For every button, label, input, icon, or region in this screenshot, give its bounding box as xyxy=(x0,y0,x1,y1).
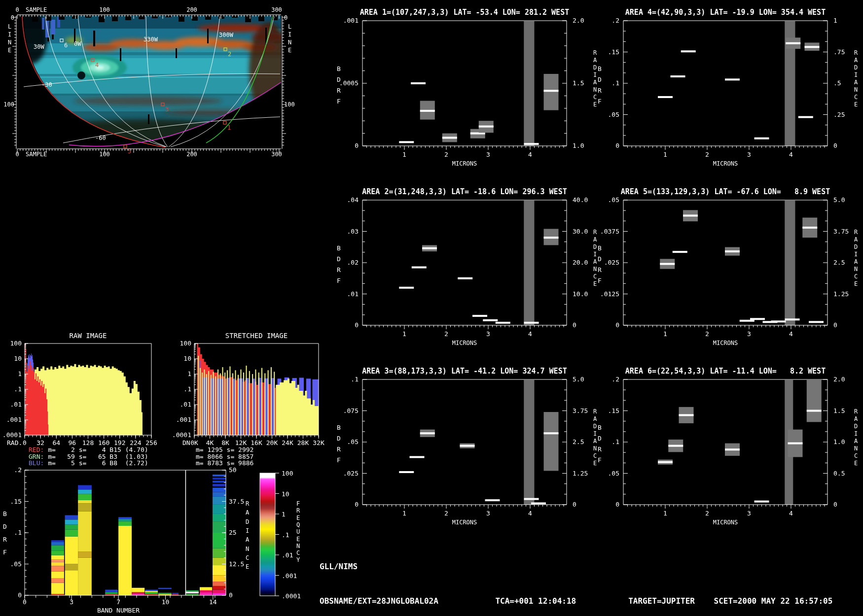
y2-tick-label: 0 xyxy=(833,501,837,508)
y-tick-label: .0125 xyxy=(600,290,619,298)
y2-axis-title-letter: A xyxy=(246,536,250,543)
y2-tick-label: .5 xyxy=(833,79,841,87)
y-axis-title-letter: D xyxy=(337,435,341,442)
band-bar-segment xyxy=(51,572,64,579)
y-tick-label: .1 xyxy=(183,385,191,393)
y-tick-label: .15 xyxy=(608,407,619,414)
band-bar-segment xyxy=(185,590,199,592)
band-bar-segment xyxy=(213,514,226,521)
y-tick-label: .2 xyxy=(14,466,22,474)
y-axis-title-letter: F xyxy=(598,456,602,464)
histogram-spike-yellow xyxy=(224,373,225,435)
graphic xyxy=(85,16,91,18)
x-axis-title: RAD. xyxy=(7,439,22,446)
data-point xyxy=(399,287,414,289)
y-axis-title-letter: F xyxy=(3,548,7,556)
band-bar-segment xyxy=(213,593,226,595)
grid-label: 300W xyxy=(219,32,234,38)
graphic: BLU: xyxy=(29,459,44,467)
y2-tick-label: 0 xyxy=(573,321,576,329)
band-bar-segment xyxy=(65,530,78,537)
blue-patch xyxy=(42,18,44,30)
histogram-spike-yellow xyxy=(243,373,244,435)
sample-tick-label: 100 xyxy=(99,151,110,158)
y2-axis-title-letter: E xyxy=(593,280,597,287)
y2-axis-title-letter: I xyxy=(854,251,858,258)
band-bar-segment xyxy=(213,481,226,483)
panel-title: AREA 2=(31,248,3,3) LAT= -18.6 LON= 296.… xyxy=(362,187,567,196)
band-bar-segment xyxy=(105,592,118,594)
y-axis-title-letter: F xyxy=(598,98,602,105)
x-tick-label: 1 xyxy=(663,151,667,158)
histogram-spike-yellow xyxy=(229,367,230,436)
histogram-spike-yellow xyxy=(255,370,256,435)
y-axis-title-letter: R xyxy=(3,536,7,543)
band-bar-segment xyxy=(200,590,212,592)
sample-tick-label: 300 xyxy=(271,151,282,158)
data-point xyxy=(671,75,685,77)
x-axis-title: MICRONS xyxy=(452,519,477,526)
y2-axis-title-letter: I xyxy=(593,251,597,258)
y2-tick-label: 2.0 xyxy=(573,17,584,24)
x-tick-label: 256 xyxy=(145,439,157,446)
y-tick-label: 10 xyxy=(14,355,22,362)
graphic xyxy=(258,16,264,21)
x-tick-label: 10 xyxy=(162,598,170,606)
y-tick-label: .001 xyxy=(343,17,359,24)
x-tick-label: 3 xyxy=(486,330,490,338)
y-tick-label: .04 xyxy=(347,196,359,204)
histogram-spike-yellow xyxy=(246,366,247,435)
histogram-spike-yellow xyxy=(213,372,214,435)
data-point xyxy=(802,227,817,229)
y-axis-title-letter: B xyxy=(598,65,602,72)
y2-tick-label: 10.0 xyxy=(573,290,588,298)
channel-stats-line: BLU: m= 5 s= 6 B8 (2.72) xyxy=(29,459,148,467)
line-axis-title-letter: N xyxy=(288,39,291,46)
y2-axis-title-letter: E xyxy=(854,101,858,108)
data-point xyxy=(725,78,740,80)
data-point xyxy=(755,501,769,503)
y-tick-label: 100 xyxy=(10,340,22,347)
data-point xyxy=(524,322,539,324)
y2-tick-label: 12.5 xyxy=(229,560,244,568)
data-point xyxy=(399,471,414,473)
colorbar-title-letter: E xyxy=(296,514,300,521)
data-point xyxy=(660,263,675,265)
x-tick-label: 0 xyxy=(23,598,27,606)
sample-tick-label: 200 xyxy=(186,6,197,13)
data-point xyxy=(410,456,425,458)
y2-axis-title-letter: C xyxy=(593,452,597,459)
y2-tick-label: 30.0 xyxy=(573,228,588,235)
observation-metadata-block: GLL/NIMS OBSNAME/EXT=28JNGLOBAL02A TCA=+… xyxy=(320,538,832,616)
histogram-spike-yellow xyxy=(232,373,233,435)
y-tick-label: 0 xyxy=(615,501,619,508)
y-tick-label: .1 xyxy=(14,385,22,393)
histogram-spike-yellow xyxy=(206,374,207,435)
y2-axis-title-letter: D xyxy=(854,243,858,250)
data-point xyxy=(785,318,800,320)
histogram-spike-yellow xyxy=(274,372,275,435)
error-box xyxy=(544,74,559,110)
graphic xyxy=(32,16,38,22)
grid-label: 330W xyxy=(144,36,158,43)
x-tick-label: 0K xyxy=(190,439,198,446)
data-point xyxy=(420,110,435,112)
colorbar-gradient xyxy=(260,473,275,596)
nims-analysis-display: 30W0W330W300W-30-60642315001001002002003… xyxy=(0,0,863,616)
band-bar-segment xyxy=(65,524,78,529)
metadata-line: GLL/NIMS xyxy=(320,561,832,572)
y-tick-label: .1 xyxy=(611,438,619,445)
panel-title: AREA 3=(88,173,3,3) LAT= -41.2 LON= 324.… xyxy=(362,367,567,376)
y2-axis-title-letter: D xyxy=(593,64,597,71)
graphic: m= 5 s= 6 B8 (2.72) xyxy=(44,459,148,467)
band-bar-segment xyxy=(213,565,226,575)
x-tick-label: 2 xyxy=(444,151,448,158)
y-tick-label: 100 xyxy=(180,340,191,347)
y2-tick-label: 2.5 xyxy=(833,259,845,266)
data-point xyxy=(485,499,500,501)
band-bar-segment xyxy=(51,555,64,560)
x-tick-label: 224 xyxy=(130,439,142,446)
y2-tick-label: 50 xyxy=(229,466,237,474)
y-axis-title-letter: F xyxy=(598,277,602,284)
y2-tick-label: 3.75 xyxy=(833,228,849,235)
